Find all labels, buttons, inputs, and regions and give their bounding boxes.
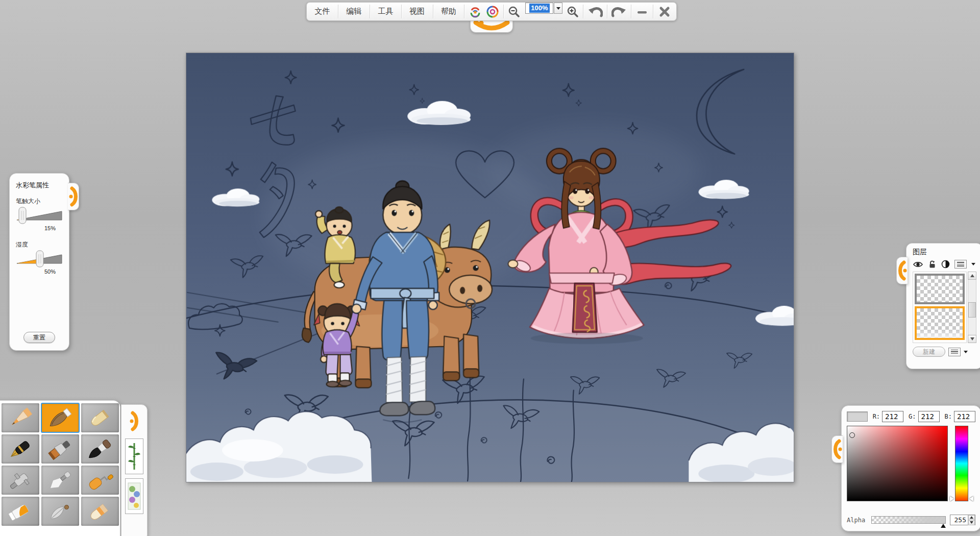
red-label: R: bbox=[873, 413, 880, 420]
brush-panel-handle[interactable] bbox=[68, 183, 79, 210]
zoom-level-value: 100% bbox=[529, 4, 549, 13]
brush-wetness-value: 50% bbox=[16, 269, 63, 275]
alpha-spinbox[interactable] bbox=[950, 515, 975, 525]
brush-size-value: 15% bbox=[16, 225, 63, 231]
tool-leaf-knife[interactable] bbox=[41, 497, 79, 526]
tool-paint-bottle[interactable] bbox=[2, 497, 39, 526]
brush-panel-title: 水彩笔属性 bbox=[16, 181, 63, 190]
blue-label: B: bbox=[945, 413, 952, 420]
pattern-stamp-tool[interactable] bbox=[125, 478, 143, 514]
bamboo-stamp-tool[interactable] bbox=[125, 438, 143, 474]
zoom-dropdown-icon[interactable] bbox=[554, 3, 562, 14]
alpha-spin-down-icon[interactable] bbox=[968, 520, 975, 525]
tool-palette bbox=[0, 400, 120, 536]
brush-wetness-label: 湿度 bbox=[16, 240, 63, 249]
scroll-down-icon[interactable] bbox=[968, 335, 976, 343]
menu-tools[interactable]: 工具 bbox=[370, 3, 401, 20]
alpha-marker[interactable] bbox=[941, 524, 946, 528]
alpha-slider[interactable] bbox=[871, 516, 946, 524]
tool-paint-roller[interactable] bbox=[81, 466, 119, 495]
layer-row-1[interactable] bbox=[915, 274, 965, 304]
brush-wetness-slider[interactable] bbox=[16, 250, 64, 269]
tool-watercolor-brush[interactable] bbox=[41, 403, 79, 432]
minimize-icon[interactable] bbox=[631, 3, 653, 20]
layers-panel-handle[interactable] bbox=[896, 257, 908, 284]
zoom-in-icon[interactable] bbox=[562, 3, 583, 20]
menu-file[interactable]: 文件 bbox=[307, 3, 338, 20]
scroll-up-icon[interactable] bbox=[968, 272, 976, 280]
layer-scrollbar[interactable] bbox=[968, 272, 976, 343]
tool-palette-side bbox=[121, 404, 148, 536]
rainbow-swirl-icon[interactable] bbox=[486, 3, 503, 20]
tool-palette-knife[interactable] bbox=[41, 466, 79, 495]
layer-menu-icon[interactable] bbox=[954, 260, 967, 269]
brush-size-label: 笔触大小 bbox=[16, 197, 63, 206]
menu-help[interactable]: 帮助 bbox=[433, 3, 464, 20]
scroll-thumb[interactable] bbox=[968, 302, 976, 318]
tool-eraser[interactable] bbox=[81, 497, 119, 526]
tool-pencil[interactable] bbox=[2, 403, 39, 432]
palette-handle[interactable] bbox=[129, 408, 140, 434]
brush-properties-panel: 水彩笔属性 笔触大小 15% 湿度 50% 重置 bbox=[9, 173, 69, 351]
tool-flat-brush[interactable] bbox=[41, 434, 79, 464]
saturation-value-box[interactable] bbox=[847, 426, 948, 501]
green-input[interactable] bbox=[918, 411, 940, 422]
zoom-level-field[interactable]: 100% bbox=[525, 3, 553, 14]
tool-ink-brush[interactable] bbox=[81, 434, 119, 464]
blue-input[interactable] bbox=[954, 411, 975, 422]
reset-button[interactable]: 重置 bbox=[23, 332, 55, 343]
sv-marker[interactable] bbox=[849, 432, 855, 438]
alpha-label: Alpha bbox=[847, 517, 867, 524]
alpha-spin-up-icon[interactable] bbox=[968, 515, 975, 520]
green-label: G: bbox=[909, 413, 916, 420]
close-icon[interactable] bbox=[653, 3, 676, 20]
hue-marker-left[interactable] bbox=[950, 496, 954, 501]
hue-marker-right[interactable] bbox=[969, 496, 973, 501]
undo-icon[interactable] bbox=[583, 3, 607, 20]
layer-options-arrow-icon[interactable] bbox=[964, 350, 968, 354]
tool-crayon[interactable] bbox=[81, 403, 119, 432]
color-panel-handle[interactable] bbox=[831, 435, 843, 463]
alpha-input[interactable] bbox=[950, 516, 968, 524]
contrast-icon[interactable] bbox=[941, 260, 950, 269]
layers-panel-title: 图层 bbox=[913, 248, 979, 257]
color-picker-panel: R: G: B: Alpha bbox=[841, 405, 980, 531]
app-window: { "window": { "background_color": "#b8b8… bbox=[0, 0, 980, 536]
layer-menu-arrow-icon[interactable] bbox=[971, 262, 976, 266]
hue-bar[interactable] bbox=[955, 426, 968, 501]
menu-edit[interactable]: 编辑 bbox=[338, 3, 370, 20]
menu-view[interactable]: 视图 bbox=[402, 3, 433, 20]
redo-icon[interactable] bbox=[607, 3, 631, 20]
main-toolbar: 文件 编辑 工具 视图 帮助 100% bbox=[306, 2, 677, 21]
rainbow-figure-icon[interactable] bbox=[464, 3, 486, 20]
zoom-out-icon[interactable] bbox=[504, 3, 524, 20]
tool-airbrush[interactable] bbox=[2, 466, 39, 495]
tool-fountain-pen[interactable] bbox=[2, 434, 39, 464]
unlock-icon[interactable] bbox=[928, 260, 937, 269]
eye-icon[interactable] bbox=[913, 260, 923, 269]
layer-list bbox=[913, 272, 967, 343]
layer-options-icon[interactable] bbox=[948, 348, 961, 356]
layers-panel: 图层 新建 bbox=[906, 243, 980, 369]
red-input[interactable] bbox=[882, 411, 903, 422]
current-color-swatch bbox=[847, 411, 868, 422]
new-layer-button[interactable]: 新建 bbox=[913, 347, 945, 357]
brush-size-slider[interactable] bbox=[16, 207, 64, 225]
layer-row-2[interactable] bbox=[915, 306, 965, 340]
drawing-canvas[interactable] bbox=[186, 53, 794, 482]
toolbar-logo-tab[interactable] bbox=[470, 20, 513, 33]
